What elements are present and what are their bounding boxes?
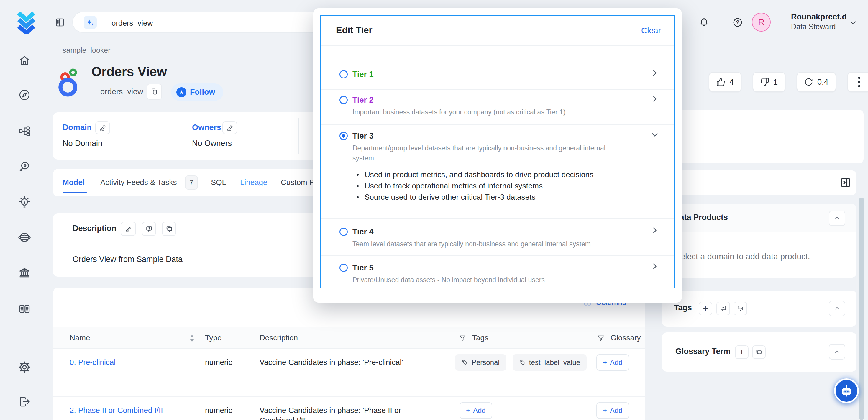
tier-1-radio[interactable] bbox=[339, 70, 348, 79]
follow-button[interactable]: ★ Follow bbox=[171, 84, 223, 101]
tier-option-2[interactable]: Tier 2 Important business datasets for y… bbox=[321, 89, 674, 124]
sidebar-item-lineage[interactable] bbox=[15, 122, 34, 141]
sidebar-item-web[interactable] bbox=[15, 228, 34, 247]
avatar[interactable]: R bbox=[752, 13, 771, 32]
tier-4-label: Tier 4 bbox=[352, 227, 374, 237]
domain-link[interactable]: Domain bbox=[63, 123, 92, 132]
tag-icon bbox=[462, 359, 468, 366]
tab-custom[interactable]: Custom P bbox=[281, 178, 314, 187]
tier-5-label: Tier 5 bbox=[352, 263, 374, 272]
more-actions-button[interactable] bbox=[847, 72, 868, 92]
sidebar-item-discover[interactable] bbox=[15, 86, 34, 104]
page-title: Orders View bbox=[91, 64, 167, 79]
chevron-right-icon[interactable] bbox=[650, 68, 659, 77]
tier-3-radio[interactable] bbox=[339, 132, 348, 140]
clear-tier-button[interactable]: Clear bbox=[641, 26, 661, 35]
header-name[interactable]: Name bbox=[70, 333, 90, 342]
filter-tags-icon[interactable] bbox=[459, 334, 467, 342]
user-menu-expand[interactable] bbox=[849, 18, 858, 27]
chevron-right-icon[interactable] bbox=[650, 94, 659, 103]
column-name-link[interactable]: 0. Pre-clinical bbox=[70, 358, 116, 367]
collapse-data-products-button[interactable] bbox=[829, 211, 845, 226]
meta-divider-1 bbox=[171, 118, 172, 154]
description-question-button[interactable] bbox=[142, 222, 156, 236]
glossary-section: Glossary Term + bbox=[662, 332, 857, 371]
tab-sql[interactable]: SQL bbox=[211, 178, 226, 187]
sort-icon[interactable] bbox=[189, 334, 195, 343]
copy-name-button[interactable] bbox=[147, 84, 162, 100]
tier-option-1[interactable]: Tier 1 bbox=[321, 45, 674, 89]
sidebar-item-glossary[interactable] bbox=[15, 300, 34, 319]
panel-toggle-button[interactable] bbox=[55, 17, 65, 28]
logout-icon bbox=[18, 395, 31, 408]
tab-activity[interactable]: Activity Feeds & Tasks bbox=[100, 178, 177, 187]
add-glossary-button[interactable]: +Add bbox=[596, 402, 629, 419]
search-input-value[interactable]: orders_view bbox=[112, 19, 153, 28]
tab-model[interactable]: Model bbox=[63, 178, 85, 187]
description-comments-button[interactable] bbox=[162, 222, 176, 236]
sidebar-item-home[interactable] bbox=[15, 51, 34, 70]
domain-value: No Domain bbox=[63, 139, 102, 148]
compass-icon bbox=[18, 88, 31, 101]
upvote-button[interactable]: 4 bbox=[709, 72, 741, 92]
collapse-glossary-button[interactable] bbox=[829, 344, 845, 360]
header-description: Description bbox=[259, 333, 298, 342]
add-glossary-button[interactable]: +Add bbox=[596, 354, 629, 371]
left-sidebar bbox=[0, 0, 49, 420]
collapse-panel-button[interactable] bbox=[839, 176, 852, 189]
tag-chip[interactable]: Personal bbox=[455, 354, 506, 371]
atlan-logo-icon bbox=[15, 11, 38, 34]
tier-5-radio[interactable] bbox=[339, 264, 348, 272]
thumbs-down-icon bbox=[761, 78, 769, 86]
comments-stack-icon bbox=[165, 225, 173, 233]
tag-chip[interactable]: test_label_value bbox=[513, 354, 587, 371]
tier-2-radio[interactable] bbox=[339, 96, 348, 104]
help-button[interactable]: ? bbox=[732, 17, 743, 28]
notifications-button[interactable] bbox=[699, 17, 710, 28]
add-tag-button[interactable]: +Add bbox=[460, 402, 492, 419]
thumbs-up-icon bbox=[716, 78, 725, 86]
sidebar-item-insights[interactable] bbox=[15, 192, 34, 211]
add-tags-button[interactable]: + bbox=[699, 302, 712, 315]
chevron-right-icon[interactable] bbox=[650, 226, 659, 235]
collapse-tags-button[interactable] bbox=[829, 301, 845, 316]
tags-comments-button[interactable] bbox=[734, 302, 747, 315]
tier-3-bullets: Used in product metrics, and dashboards … bbox=[356, 169, 593, 203]
edit-description-button[interactable] bbox=[121, 222, 136, 236]
tab-lineage[interactable]: Lineage bbox=[240, 178, 268, 187]
panel-left-icon bbox=[55, 17, 65, 28]
tags-section-title: Tags bbox=[674, 303, 692, 312]
filter-glossary-icon[interactable] bbox=[597, 334, 605, 342]
chevron-right-icon[interactable] bbox=[650, 262, 659, 271]
sidebar-item-profiling[interactable] bbox=[15, 157, 34, 176]
scrollbar[interactable] bbox=[859, 198, 864, 420]
header-tags: Tags bbox=[472, 333, 488, 342]
chevron-down-icon[interactable] bbox=[650, 130, 659, 139]
tags-question-button[interactable] bbox=[716, 302, 730, 315]
breadcrumb[interactable]: sample_looker bbox=[63, 46, 111, 55]
chatbot-fab[interactable] bbox=[834, 379, 859, 403]
sidebar-item-logout[interactable] bbox=[15, 392, 34, 411]
user-menu[interactable]: Rounakpreet.d Data Steward bbox=[791, 12, 847, 31]
kebab-icon bbox=[858, 76, 861, 88]
sidebar-item-settings[interactable] bbox=[15, 358, 34, 377]
tier-4-description: Team level datasets that are typically n… bbox=[352, 239, 653, 249]
tier-4-radio[interactable] bbox=[339, 228, 348, 236]
tier-option-5[interactable]: Tier 5 Private/Unused data assets - No i… bbox=[321, 256, 674, 289]
glossary-comments-button[interactable] bbox=[752, 346, 766, 359]
freshness-button[interactable]: 0.4 bbox=[797, 72, 836, 92]
tier-2-description: Important business datasets for your com… bbox=[352, 107, 642, 117]
tier-option-3[interactable]: Tier 3 Department/group level datasets t… bbox=[321, 124, 674, 218]
tier-option-4[interactable]: Tier 4 Team level datasets that are typi… bbox=[321, 218, 674, 256]
bullet-item: Used to track operational metrics of int… bbox=[365, 180, 543, 191]
sidebar-item-governance[interactable] bbox=[15, 263, 34, 282]
edit-domain-button[interactable] bbox=[95, 121, 110, 134]
downvote-button[interactable]: 1 bbox=[753, 72, 785, 92]
owners-link[interactable]: Owners bbox=[192, 123, 221, 132]
app-logo[interactable] bbox=[15, 11, 38, 34]
column-name-link[interactable]: 2. Phase II or Combined I/II bbox=[70, 406, 163, 415]
add-glossary-term-button[interactable]: + bbox=[735, 346, 749, 359]
chevron-up-icon bbox=[833, 214, 841, 222]
looker-logo bbox=[55, 68, 81, 97]
edit-owners-button[interactable] bbox=[222, 121, 237, 134]
